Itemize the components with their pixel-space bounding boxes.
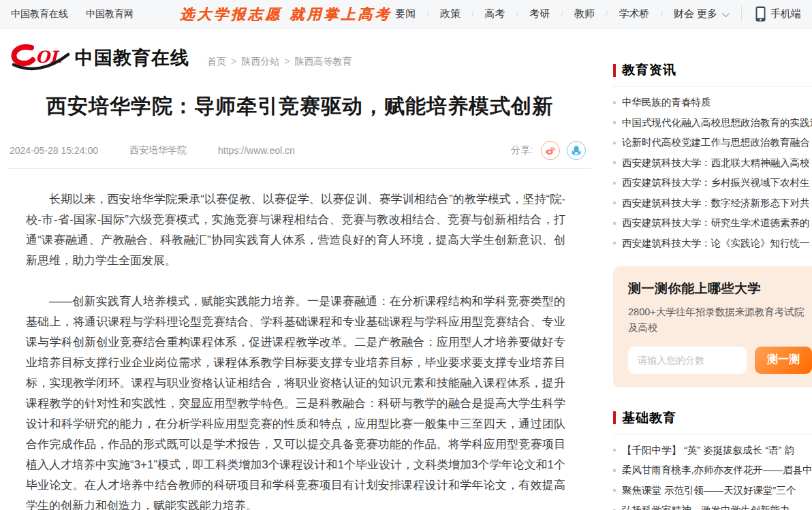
list-item-label: 论新时代高校党建工作与思想政治教育融合 [622,138,810,148]
sidebar: 教育资讯 中华民族的青春特质 中国式现代化融入高校思想政治教育的实践遵 论新时代… [613,29,812,510]
svg-text:OL: OL [35,47,62,67]
section-heading-basic: 基础教育 [613,409,812,427]
section-divider [613,86,812,86]
brand-name[interactable]: 中国教育在线 [75,46,189,70]
section-heading-news: 教育资讯 [613,61,812,79]
topbar-link-eol[interactable]: 中国教育在线 [11,8,68,20]
list-item[interactable]: 【千阳中学】 “英” 姿挺拔叙成长 “语” 韵 [613,445,812,456]
basic-education-list: 【千阳中学】 “英” 姿挺拔叙成长 “语” 韵 柔风甘雨育桃李,亦师亦友伴花开—… [613,445,812,510]
list-item[interactable]: 聚焦课堂 示范引领——天汉好课堂”三个 [613,485,812,496]
weibo-icon [544,144,557,157]
nav-item-xueshuqiao[interactable]: 学术桥 [619,7,674,20]
bullet-icon [613,449,616,451]
promo-form: 测一测 [628,347,812,374]
basic-education-section: 基础教育 【千阳中学】 “英” 姿挺拔叙成长 “语” 韵 柔风甘雨育桃李,亦师亦… [613,409,812,510]
nav-item-gaokao[interactable]: 高考 [485,7,530,20]
list-item-label: 西安建筑科技大学：研究生学术道德素养的 [622,218,810,228]
nav-item-teacher[interactable]: 教师 [574,7,619,20]
bullet-icon [613,161,616,164]
article-body: 长期以来，西安培华学院秉承“以赛促教、以赛促学、以赛促训、赛学训相结合”的教学模… [8,169,591,510]
more-label: 更多 [697,7,717,20]
source-url[interactable]: https://www.eol.cn [218,145,295,156]
mobile-link[interactable]: 手机端 [741,6,801,22]
red-bar-icon [613,64,616,77]
top-bar: 中国教育在线 中国教育网 选大学报志愿 就用掌上高考 要闻 政策 高考 考研 教… [0,0,812,29]
promo-description: 2800+大学往年招录数据来源教育考试院及高校 [628,304,812,336]
section-title: 教育资讯 [622,61,676,79]
list-item[interactable]: 西安建筑科技大学：乡村振兴视域下农村生 [613,178,812,188]
bullet-icon [613,101,616,104]
bullet-icon [613,182,616,185]
share-group: 分享: [511,141,586,160]
list-item[interactable]: 西安建筑科技大学：论《实践论》知行统一 [613,238,812,249]
list-item-label: 聚焦课堂 示范引领——天汉好课堂”三个 [622,485,796,496]
red-bar-icon [613,411,616,424]
news-list: 中华民族的青春特质 中国式现代化融入高校思想政治教育的实践遵 论新时代高校党建工… [613,97,812,249]
list-item-label: 西安建筑科技大学：数字经济新形态下对共 [622,198,810,208]
list-item[interactable]: 中国式现代化融入高校思想政治教育的实践遵 [613,118,812,128]
section-title: 基础教育 [622,409,676,427]
bullet-icon [613,222,616,225]
bullet-icon [613,142,616,144]
slogan-banner[interactable]: 选大学报志愿 就用掌上高考 [180,5,392,24]
list-item-label: 西安建筑科技大学：论《实践论》知行统一 [622,238,810,249]
nav-item-caikuai[interactable]: 财会 [674,7,694,20]
list-item-label: 西安建筑科技大学：乡村振兴视域下农村生 [622,178,810,188]
page-title: 西安培华学院：导师牵引竞赛驱动，赋能培养模式创新 [29,93,571,121]
qq-share-button[interactable] [567,141,586,160]
share-label: 分享: [511,144,533,157]
breadcrumb-higher-edu: 陕西高等教育 [294,56,352,68]
more-menu[interactable]: 更多 [697,7,728,20]
main-layout: OL 中国教育在线 首页 陕西分站 陕西高等教育 西安培华学院：导师牵引竞赛驱动… [0,29,812,510]
topbar-link-edunet[interactable]: 中国教育网 [86,8,134,20]
article-paragraph: ——创新实践育人培养模式，赋能实践能力培养。一是课赛融通：在分析课程结构和学科竞… [26,291,565,510]
list-item[interactable]: 论新时代高校党建工作与思想政治教育融合 [613,138,812,148]
score-input[interactable] [628,347,747,374]
article-column: OL 中国教育在线 首页 陕西分站 陕西高等教育 西安培华学院：导师牵引竞赛驱动… [0,29,591,510]
bullet-icon [613,202,616,204]
nav-item-kaoyan[interactable]: 考研 [529,7,574,20]
mobile-label: 手机端 [770,7,801,20]
list-item[interactable]: 柔风甘雨育桃李,亦师亦友伴花开——眉县中 [613,465,812,475]
score-test-card: 测一测你能上哪些大学 2800+大学往年招录数据来源教育考试院及高校 测一测 [613,266,812,387]
list-item-label: 柔风甘雨育桃李,亦师亦友伴花开——眉县中 [622,465,812,475]
test-button[interactable]: 测一测 [755,347,812,374]
bullet-icon [613,242,616,244]
bullet-icon [613,489,616,492]
weibo-share-button[interactable] [541,141,560,160]
site-header: OL 中国教育在线 首页 陕西分站 陕西高等教育 [8,29,591,78]
chevron-down-icon [722,9,730,16]
qq-penguin-icon [570,144,582,157]
list-item[interactable]: 西安建筑科技大学：西北联大精神融入高校 [613,158,812,168]
list-item-label: 【千阳中学】 “英” 姿挺拔叙成长 “语” 韵 [622,445,794,456]
section-divider [613,434,812,434]
topbar-nav: 要闻 政策 高考 考研 教师 学术桥 财会 更多 手机端 [395,6,801,22]
phone-icon [755,6,766,22]
article-source: 西安培华学院 [129,144,187,157]
breadcrumb-home[interactable]: 首页 [207,56,241,68]
list-item[interactable]: 弘扬科学家精神，激发中学生创新能力 —— [613,505,812,510]
list-item-label: 西安建筑科技大学：西北联大精神融入高校 [622,158,810,168]
nav-item-policy[interactable]: 政策 [440,7,485,20]
breadcrumb: 首页 陕西分站 陕西高等教育 [207,56,352,68]
list-item[interactable]: 中华民族的青春特质 [613,97,812,108]
article-meta: 2024-05-28 15:24:00 西安培华学院 https://www.e… [8,141,591,168]
breadcrumb-shaanxi[interactable]: 陕西分站 [241,56,294,68]
article-paragraph: 长期以来，西安培华学院秉承“以赛促教、以赛促学、以赛促训、赛学训相结合”的教学模… [26,189,565,271]
bullet-icon [613,469,616,472]
promo-title: 测一测你能上哪些大学 [628,280,812,298]
list-item-label: 中国式现代化融入高校思想政治教育的实践遵 [622,118,812,128]
list-item[interactable]: 西安建筑科技大学：数字经济新形态下对共 [613,198,812,208]
publish-date: 2024-05-28 15:24:00 [10,145,98,156]
list-item[interactable]: 西安建筑科技大学：研究生学术道德素养的 [613,218,812,228]
bullet-icon [613,121,616,124]
list-item-label: 中华民族的青春特质 [622,97,711,108]
nav-item-news[interactable]: 要闻 [395,7,440,20]
list-item-label: 弘扬科学家精神，激发中学生创新能力 —— [622,505,812,510]
eol-logo[interactable]: OL [11,42,69,74]
